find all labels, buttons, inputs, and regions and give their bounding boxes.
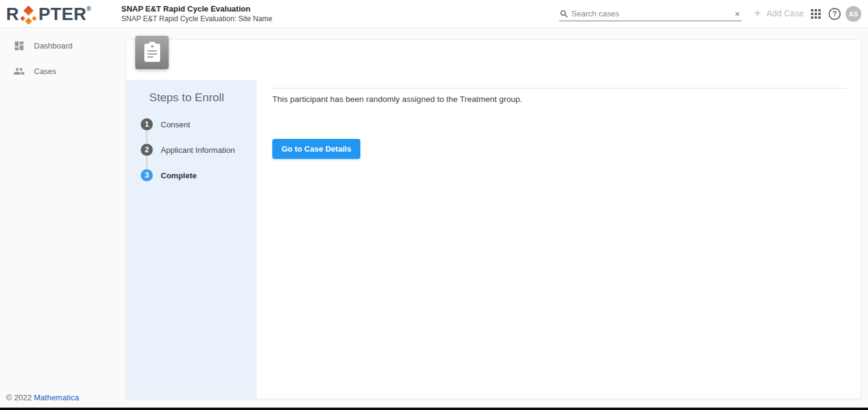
sidebar-item-label: Cases xyxy=(34,67,56,76)
step-number-badge: 1 xyxy=(141,118,153,130)
add-case-button[interactable]: + Add Case xyxy=(754,7,804,20)
apps-grid-icon[interactable] xyxy=(811,9,821,19)
search-input[interactable] xyxy=(569,9,733,18)
app-title: SNAP E&T Rapid Cycle Evaluation xyxy=(121,4,272,14)
clear-icon[interactable]: × xyxy=(733,8,742,19)
top-bar: R PTER ® SNAP E&T Rapid Cycle Evaluation… xyxy=(0,0,868,28)
step-number-badge: 2 xyxy=(141,144,153,156)
add-case-label: Add Case xyxy=(767,8,804,18)
rapter-logo[interactable]: R PTER ® xyxy=(6,3,91,25)
steps-panel: Steps to Enroll 1 Consent 2 Applicant In… xyxy=(126,80,257,398)
content-divider xyxy=(272,88,846,89)
sidebar-item-label: Dashboard xyxy=(34,41,73,50)
step-number-badge: 3 xyxy=(141,169,153,181)
registered-mark: ® xyxy=(87,5,91,12)
step-label: Consent xyxy=(161,120,190,129)
dashboard-icon xyxy=(13,40,25,52)
step-applicant-information[interactable]: 2 Applicant Information xyxy=(126,137,257,163)
sidebar-item-dashboard[interactable]: Dashboard xyxy=(0,37,126,54)
help-icon[interactable]: ? xyxy=(829,8,841,20)
enrollment-card: Enrollment Steps to Enroll 1 Consent 2 A… xyxy=(126,39,861,399)
assignment-message: This participant has been randomly assig… xyxy=(272,95,522,104)
sidebar-item-cases[interactable]: Cases xyxy=(0,62,126,79)
step-label: Applicant Information xyxy=(161,146,235,155)
bottom-edge-strip xyxy=(0,408,868,410)
go-to-case-details-button[interactable]: Go to Case Details xyxy=(272,139,360,159)
raptor-diamond-logo-icon xyxy=(19,5,38,25)
steps-list: 1 Consent 2 Applicant Information 3 Comp… xyxy=(126,112,257,188)
sidebar: Dashboard Cases xyxy=(0,28,126,410)
page-icon-badge xyxy=(135,36,169,69)
footer: © 2022 Mathematica xyxy=(6,393,79,402)
cases-people-icon xyxy=(13,66,25,77)
copyright-text: © 2022 xyxy=(6,393,34,402)
app-title-block: SNAP E&T Rapid Cycle Evaluation SNAP E&T… xyxy=(121,4,272,24)
logo-text-left: R xyxy=(6,3,19,25)
search-icon xyxy=(559,9,569,19)
search-bar: × xyxy=(559,7,742,21)
steps-panel-title: Steps to Enroll xyxy=(149,91,224,104)
step-consent[interactable]: 1 Consent xyxy=(126,112,257,137)
step-label: Complete xyxy=(161,171,197,180)
clipboard-icon xyxy=(144,44,160,62)
mathematica-link[interactable]: Mathematica xyxy=(34,393,79,402)
logo-text-right: PTER xyxy=(38,3,86,25)
avatar[interactable]: AS xyxy=(846,6,861,22)
plus-icon: + xyxy=(754,7,761,20)
app-subtitle: SNAP E&T Rapid Cycle Evaluation: Site Na… xyxy=(121,14,272,24)
step-complete[interactable]: 3 Complete xyxy=(126,163,257,188)
